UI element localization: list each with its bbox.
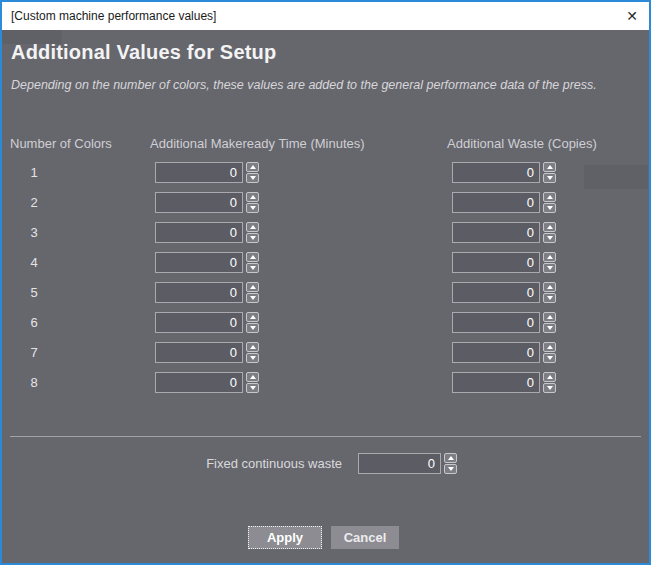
waste-input[interactable] xyxy=(452,192,540,213)
waste-input[interactable] xyxy=(452,372,540,393)
triangle-up-icon xyxy=(448,456,454,460)
spin-up-button[interactable] xyxy=(246,222,259,232)
spin-up-button[interactable] xyxy=(246,372,259,382)
triangle-up-icon xyxy=(250,345,256,349)
spin-down-button[interactable] xyxy=(246,383,259,393)
spin-up-button[interactable] xyxy=(543,372,556,382)
makeready-spinner xyxy=(155,342,259,363)
color-row-7: 7 xyxy=(2,342,649,363)
waste-input[interactable] xyxy=(452,252,540,273)
makeready-input[interactable] xyxy=(155,222,243,243)
spin-down-button[interactable] xyxy=(543,173,556,183)
spin-down-button[interactable] xyxy=(543,353,556,363)
fixed-waste-input[interactable] xyxy=(358,453,441,474)
spin-up-button[interactable] xyxy=(543,252,556,262)
triangle-down-icon xyxy=(250,206,256,210)
triangle-down-icon xyxy=(547,326,553,330)
waste-spinner xyxy=(452,192,556,213)
color-row-4: 4 xyxy=(2,252,649,273)
fixed-continuous-waste-row: Fixed continuous waste xyxy=(2,453,649,474)
spin-down-button[interactable] xyxy=(543,203,556,213)
spin-down-button[interactable] xyxy=(543,263,556,273)
makeready-spinner xyxy=(155,162,259,183)
fixed-continuous-waste-label: Fixed continuous waste xyxy=(150,453,342,474)
apply-button[interactable]: Apply xyxy=(248,526,322,549)
spin-up-button[interactable] xyxy=(246,162,259,172)
spin-down-button[interactable] xyxy=(543,233,556,243)
triangle-down-icon xyxy=(547,296,553,300)
waste-input[interactable] xyxy=(452,312,540,333)
triangle-down-icon xyxy=(448,467,454,471)
triangle-up-icon xyxy=(250,315,256,319)
spin-up-button[interactable] xyxy=(444,453,457,463)
page-title: Additional Values for Setup xyxy=(11,41,276,64)
makeready-spinner xyxy=(155,282,259,303)
spin-down-button[interactable] xyxy=(246,353,259,363)
triangle-down-icon xyxy=(547,386,553,390)
spin-down-button[interactable] xyxy=(246,173,259,183)
spin-down-button[interactable] xyxy=(246,263,259,273)
triangle-up-icon xyxy=(547,315,553,319)
triangle-down-icon xyxy=(547,266,553,270)
color-count-label: 1 xyxy=(8,162,60,183)
triangle-up-icon xyxy=(250,375,256,379)
makeready-input[interactable] xyxy=(155,162,243,183)
column-header-waste: Additional Waste (Copies) xyxy=(447,136,597,151)
triangle-down-icon xyxy=(250,176,256,180)
spin-down-button[interactable] xyxy=(543,383,556,393)
triangle-up-icon xyxy=(547,345,553,349)
spin-up-button[interactable] xyxy=(543,162,556,172)
spin-down-button[interactable] xyxy=(246,293,259,303)
spin-down-button[interactable] xyxy=(444,464,457,474)
makeready-input[interactable] xyxy=(155,342,243,363)
triangle-up-icon xyxy=(547,285,553,289)
triangle-up-icon xyxy=(250,225,256,229)
makeready-input[interactable] xyxy=(155,282,243,303)
waste-input[interactable] xyxy=(452,162,540,183)
spin-up-button[interactable] xyxy=(246,342,259,352)
horizontal-divider xyxy=(10,436,641,437)
spin-up-button[interactable] xyxy=(246,282,259,292)
triangle-up-icon xyxy=(547,375,553,379)
waste-input[interactable] xyxy=(452,282,540,303)
triangle-up-icon xyxy=(547,195,553,199)
triangle-up-icon xyxy=(250,285,256,289)
spin-down-button[interactable] xyxy=(246,233,259,243)
column-header-number-of-colors: Number of Colors xyxy=(10,136,112,151)
makeready-input[interactable] xyxy=(155,252,243,273)
spin-up-button[interactable] xyxy=(543,222,556,232)
close-icon[interactable]: ✕ xyxy=(615,2,649,30)
spin-up-button[interactable] xyxy=(543,282,556,292)
triangle-up-icon xyxy=(547,165,553,169)
color-count-label: 5 xyxy=(8,282,60,303)
makeready-input[interactable] xyxy=(155,372,243,393)
makeready-input[interactable] xyxy=(155,192,243,213)
fixed-waste-spinner xyxy=(358,453,457,474)
color-row-8: 8 xyxy=(2,372,649,393)
makeready-input[interactable] xyxy=(155,312,243,333)
dialog-body: Additional Values for Setup Depending on… xyxy=(2,30,649,563)
color-row-1: 1 xyxy=(2,162,649,183)
makeready-spinner xyxy=(155,252,259,273)
waste-spinner xyxy=(452,372,556,393)
spin-down-button[interactable] xyxy=(543,293,556,303)
color-count-label: 3 xyxy=(8,222,60,243)
waste-input[interactable] xyxy=(452,222,540,243)
color-row-3: 3 xyxy=(2,222,649,243)
spin-down-button[interactable] xyxy=(246,203,259,213)
spin-up-button[interactable] xyxy=(246,192,259,202)
spin-down-button[interactable] xyxy=(246,323,259,333)
spin-up-button[interactable] xyxy=(246,312,259,322)
spin-up-button[interactable] xyxy=(543,192,556,202)
spin-up-button[interactable] xyxy=(246,252,259,262)
cancel-button[interactable]: Cancel xyxy=(331,526,399,549)
makeready-spinner xyxy=(155,312,259,333)
waste-input[interactable] xyxy=(452,342,540,363)
spin-up-button[interactable] xyxy=(543,312,556,322)
triangle-down-icon xyxy=(250,356,256,360)
waste-spinner xyxy=(452,162,556,183)
triangle-down-icon xyxy=(250,296,256,300)
waste-spinner xyxy=(452,252,556,273)
spin-down-button[interactable] xyxy=(543,323,556,333)
spin-up-button[interactable] xyxy=(543,342,556,352)
